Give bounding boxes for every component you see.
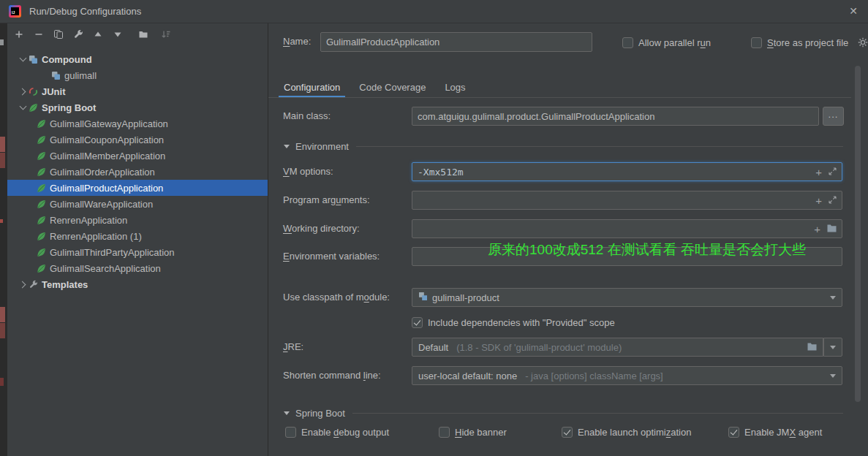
shorten-hint: - java [options] className [args] <box>525 370 663 381</box>
tab-configuration[interactable]: Configuration <box>274 76 350 98</box>
background-artifact <box>0 219 3 223</box>
provided-scope-box[interactable] <box>412 317 423 328</box>
add-icon[interactable] <box>13 28 25 40</box>
store-as-project-file-box[interactable] <box>751 37 762 48</box>
main-class-input[interactable]: com.atguigu.gulimall.product.GulimallPro… <box>412 107 819 126</box>
spring-icon <box>37 151 46 161</box>
add-macro-icon[interactable]: + <box>815 167 822 178</box>
environment-variables-label: Environment variables: <box>283 251 380 262</box>
program-arguments-input[interactable]: + <box>412 191 842 210</box>
allow-parallel-run-checkbox[interactable]: Allow parallel run <box>622 37 711 48</box>
tree-item-gulimallmemberapplication[interactable]: GulimallMemberApplication <box>7 148 268 164</box>
checkbox-enable-debug-output[interactable]: Enable debug output <box>285 426 389 438</box>
tree-item-templates[interactable]: Templates <box>7 276 268 292</box>
folder-icon[interactable] <box>827 224 837 235</box>
vm-options-input[interactable]: -Xmx512m + <box>412 162 842 181</box>
move-up-icon[interactable] <box>92 28 104 40</box>
tree-item-compound[interactable]: Compound <box>7 51 268 67</box>
wrench-icon <box>29 280 38 289</box>
tree-item-label: GulimallThirdPartyApplication <box>50 247 175 258</box>
tree-item-gulimallsearchapplication[interactable]: GulimallSearchApplication <box>7 260 268 276</box>
main-class-label: Main class: <box>283 110 331 121</box>
tree-item-gulimallthirdpartyapplication[interactable]: GulimallThirdPartyApplication <box>7 244 268 260</box>
tree-item-gulimallproductapplication[interactable]: GulimallProductApplication <box>7 180 268 196</box>
working-directory-input[interactable]: + <box>412 219 842 238</box>
chevron-down-icon[interactable] <box>18 102 29 113</box>
tree-item-gulimallorderapplication[interactable]: GulimallOrderApplication <box>7 164 268 180</box>
use-classpath-label: Use classpath of module: <box>283 292 390 303</box>
edit-templates-icon[interactable] <box>72 28 84 40</box>
enable-launch-optimization-box[interactable] <box>562 427 573 438</box>
chevron-down-icon <box>830 296 836 300</box>
store-as-project-file-checkbox[interactable]: Store as project file <box>751 37 868 48</box>
intellij-logo-icon: IJ <box>9 5 21 18</box>
checkbox-enable-launch-optimization[interactable]: Enable launch optimization <box>562 426 691 438</box>
remove-icon[interactable] <box>33 28 45 40</box>
add-macro-icon[interactable]: + <box>815 195 822 206</box>
tree-item-junit[interactable]: JUnit <box>7 83 268 99</box>
provided-scope-checkbox[interactable]: Include dependencies with "Provided" sco… <box>412 316 615 328</box>
name-value: GulimallProductApplication <box>326 37 439 48</box>
tree-item-gulimallgatewayapplication[interactable]: GulimallGatewayApplication <box>7 115 268 132</box>
jre-dropdown[interactable]: Default (1.8 - SDK of 'gulimall-product'… <box>412 338 823 357</box>
chevron-right-icon[interactable] <box>18 86 29 97</box>
provided-scope-label: Include dependencies with "Provided" sco… <box>428 317 615 328</box>
chevron-down-icon[interactable] <box>18 54 29 65</box>
spring-icon <box>37 248 46 257</box>
shorten-command-line-label: Shorten command line: <box>283 370 381 381</box>
tree-item-label: Templates <box>42 279 88 290</box>
expand-field-icon[interactable] <box>829 167 837 178</box>
name-input[interactable]: GulimallProductApplication <box>320 32 592 52</box>
tree-item-label: GulimallOrderApplication <box>50 167 155 178</box>
spring-icon <box>37 183 46 193</box>
program-arguments-label: Program arguments: <box>283 194 370 205</box>
close-icon[interactable]: ✕ <box>849 5 858 17</box>
allow-parallel-run-box[interactable] <box>622 37 633 48</box>
tree-item-gulimallcouponapplication[interactable]: GulimallCouponApplication <box>7 132 268 148</box>
configuration-tabs: ConfigurationCode CoverageLogs <box>274 76 475 98</box>
expand-field-icon[interactable] <box>829 195 837 206</box>
move-down-icon[interactable] <box>112 28 124 40</box>
jre-dropdown-arrow-button[interactable] <box>823 338 842 357</box>
enable-debug-output-box[interactable] <box>285 427 296 438</box>
hide-banner-box[interactable] <box>439 427 450 438</box>
background-artifact <box>0 153 5 168</box>
configurations-tree: CompoundgulimallJUnitSpring BootGulimall… <box>7 51 268 292</box>
tree-item-gulimallwareapplication[interactable]: GulimallWareApplication <box>7 196 268 212</box>
spring-boot-section-title: Spring Boot <box>295 408 345 419</box>
tab-code-coverage[interactable]: Code Coverage <box>350 76 435 98</box>
browse-main-class-button[interactable]: ... <box>823 107 844 126</box>
add-macro-icon[interactable]: + <box>814 224 820 235</box>
tree-item-gulimall[interactable]: gulimall <box>7 67 268 83</box>
section-collapse-icon[interactable] <box>284 145 290 148</box>
classpath-module-dropdown[interactable]: gulimall-product <box>412 288 842 307</box>
tree-item-label: RenrenApplication (1) <box>50 231 142 242</box>
background-artifact <box>0 137 5 152</box>
hide-banner-label: Hide banner <box>455 427 507 438</box>
chevron-right-icon[interactable] <box>18 279 29 290</box>
tab-logs[interactable]: Logs <box>435 76 475 98</box>
checkbox-enable-jmx-agent[interactable]: Enable JMX agent <box>728 426 822 438</box>
shorten-command-line-dropdown[interactable]: user-local default: none - java [options… <box>412 366 842 385</box>
gear-icon[interactable] <box>858 37 868 48</box>
copy-icon[interactable] <box>53 28 64 40</box>
enable-launch-optimization-label: Enable launch optimization <box>578 427 691 438</box>
new-folder-icon[interactable] <box>137 28 149 40</box>
checkbox-hide-banner[interactable]: Hide banner <box>439 426 507 438</box>
tree-item-label: gulimall <box>64 70 97 81</box>
tree-item-renrenapplication[interactable]: RenrenApplication <box>7 212 268 228</box>
background-artifact <box>0 39 4 45</box>
tree-item-spring-boot[interactable]: Spring Boot <box>7 99 268 115</box>
section-collapse-icon[interactable] <box>284 411 290 415</box>
allow-parallel-run-label: Allow parallel run <box>638 37 711 48</box>
spring-icon <box>37 216 46 225</box>
section-divider <box>356 146 843 147</box>
sort-configurations-icon[interactable] <box>160 28 172 40</box>
scrollbar-thumb[interactable] <box>855 66 861 402</box>
background-artifact <box>0 323 5 338</box>
folder-icon[interactable] <box>807 342 817 353</box>
environment-section-title: Environment <box>295 141 349 152</box>
tree-item-renrenapplication-1[interactable]: RenrenApplication (1) <box>7 228 268 244</box>
enable-jmx-agent-box[interactable] <box>728 427 739 438</box>
compound-icon <box>51 71 61 80</box>
